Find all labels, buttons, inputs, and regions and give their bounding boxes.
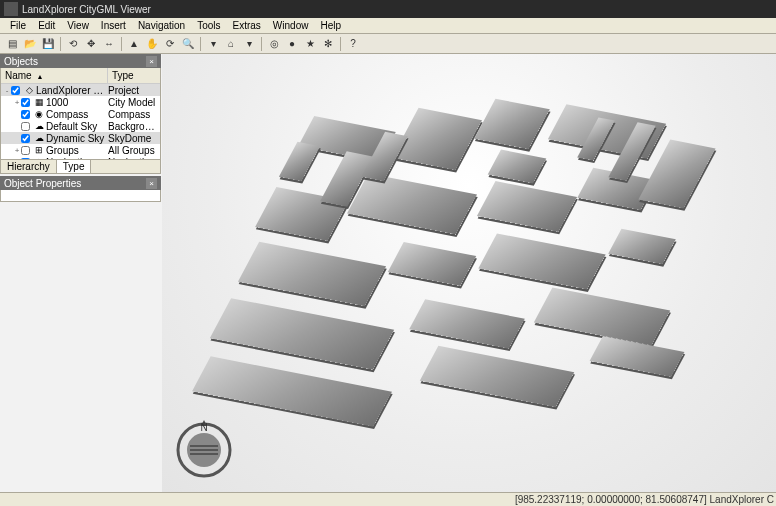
dd-button[interactable]: ▾ <box>205 36 221 52</box>
objects-panel-header: Objects × <box>0 54 161 68</box>
close-icon[interactable]: × <box>146 178 157 189</box>
title-bar: LandXplorer CityGML Viewer <box>0 0 776 18</box>
menu-edit[interactable]: Edit <box>32 19 61 32</box>
separator <box>121 37 122 51</box>
building-block <box>409 299 525 348</box>
status-coords: [985.22337119; 0.00000000; 81.50608747] … <box>515 494 774 505</box>
side-panel: Objects × Name ▲ Type -◇LandXplorer Proj… <box>0 54 161 202</box>
menu-window[interactable]: Window <box>267 19 315 32</box>
tree-row[interactable]: +▦1000City Model <box>1 96 160 108</box>
tree-header[interactable]: Name ▲ Type <box>1 68 160 84</box>
node-name: Dynamic Sky <box>45 133 108 144</box>
tree-row[interactable]: ◉CompassCompass <box>1 108 160 120</box>
menu-bar: FileEditViewInsertNavigationToolsExtrasW… <box>0 18 776 34</box>
properties-body <box>0 190 161 202</box>
col-name-header[interactable]: Name ▲ <box>1 68 108 83</box>
menu-extras[interactable]: Extras <box>227 19 267 32</box>
expand-icon[interactable]: + <box>13 146 21 155</box>
separator <box>200 37 201 51</box>
objects-panel-title: Objects <box>4 56 38 67</box>
col-name-label: Name <box>5 70 32 81</box>
cog-button[interactable]: ✻ <box>320 36 336 52</box>
node-name: Compass <box>45 109 108 120</box>
separator <box>261 37 262 51</box>
building-block <box>279 142 320 181</box>
node-type: Compass <box>108 109 158 120</box>
visibility-checkbox[interactable] <box>21 110 30 119</box>
sort-indicator-icon: ▲ <box>36 73 43 80</box>
node-icon: ▦ <box>33 97 45 107</box>
dd2-button[interactable]: ▾ <box>241 36 257 52</box>
node-name: 1000 <box>45 97 108 108</box>
tree-row[interactable]: +⊞GroupsAll Groups <box>1 144 160 156</box>
separator <box>60 37 61 51</box>
rot-button[interactable]: ⟳ <box>162 36 178 52</box>
building-block <box>590 336 685 377</box>
building-block <box>608 229 676 265</box>
tgt-button[interactable]: ◎ <box>266 36 282 52</box>
menu-tools[interactable]: Tools <box>191 19 226 32</box>
workspace: Objects × Name ▲ Type -◇LandXplorer Proj… <box>0 54 776 492</box>
col-type-header[interactable]: Type <box>108 68 160 83</box>
3d-viewport[interactable]: N <box>162 54 776 492</box>
q-button[interactable]: ? <box>345 36 361 52</box>
properties-panel: Object Properties × <box>0 176 161 202</box>
node-icon: ⊞ <box>33 145 45 155</box>
tree-row[interactable]: -◇LandXplorer ProjectProject <box>1 84 160 96</box>
nav2-button[interactable]: ✥ <box>83 36 99 52</box>
expand-icon[interactable]: - <box>3 86 11 95</box>
menu-insert[interactable]: Insert <box>95 19 132 32</box>
nav1-button[interactable]: ⟲ <box>65 36 81 52</box>
zoom-button[interactable]: 🔍 <box>180 36 196 52</box>
node-icon: ☁ <box>33 121 45 131</box>
node-name: Groups <box>45 145 108 156</box>
building-block <box>388 242 476 286</box>
node-type: Project <box>108 85 158 96</box>
house-button[interactable]: ⌂ <box>223 36 239 52</box>
tab-type[interactable]: Type <box>57 160 92 173</box>
nav3-button[interactable]: ↔ <box>101 36 117 52</box>
visibility-checkbox[interactable] <box>11 86 20 95</box>
tree-row[interactable]: ☁Dynamic SkySkyDome <box>1 132 160 144</box>
objects-tree[interactable]: Name ▲ Type -◇LandXplorer ProjectProject… <box>0 68 161 160</box>
node-icon: ◇ <box>23 85 35 95</box>
properties-panel-title: Object Properties <box>4 178 81 189</box>
menu-file[interactable]: File <box>4 19 32 32</box>
menu-view[interactable]: View <box>61 19 95 32</box>
node-type: SkyDome <box>108 133 158 144</box>
open-button[interactable]: 📂 <box>22 36 38 52</box>
visibility-checkbox[interactable] <box>21 146 30 155</box>
separator <box>340 37 341 51</box>
tab-hierarchy[interactable]: Hierarchy <box>1 160 57 173</box>
expand-icon[interactable]: + <box>13 98 21 107</box>
doc-button[interactable]: ▤ <box>4 36 20 52</box>
objects-tabs: HierarchyType <box>0 160 161 174</box>
close-icon[interactable]: × <box>146 56 157 67</box>
node-icon: ◉ <box>33 109 45 119</box>
menu-help[interactable]: Help <box>314 19 347 32</box>
star-button[interactable]: ★ <box>302 36 318 52</box>
building-block <box>238 242 386 307</box>
ptr-button[interactable]: ▲ <box>126 36 142 52</box>
compass-n-label: N <box>200 422 207 433</box>
visibility-checkbox[interactable] <box>21 122 30 131</box>
building-block <box>478 233 605 289</box>
dot-button[interactable]: ● <box>284 36 300 52</box>
tree-row[interactable]: ☁Default SkyBackground <box>1 120 160 132</box>
hand-button[interactable]: ✋ <box>144 36 160 52</box>
node-type: Background <box>108 121 158 132</box>
visibility-checkbox[interactable] <box>21 134 30 143</box>
compass-widget[interactable]: N <box>174 420 234 480</box>
building-block <box>477 181 577 232</box>
save-button[interactable]: 💾 <box>40 36 56 52</box>
building-block <box>488 150 547 184</box>
visibility-checkbox[interactable] <box>21 98 30 107</box>
node-name: LandXplorer Project <box>35 85 108 96</box>
app-icon <box>4 2 18 16</box>
status-bar: [985.22337119; 0.00000000; 81.50608747] … <box>0 492 776 506</box>
toolbar: ▤📂💾⟲✥↔▲✋⟳🔍▾⌂▾◎●★✻? <box>0 34 776 54</box>
node-type: City Model <box>108 97 158 108</box>
building-block <box>420 346 575 407</box>
city-model <box>182 84 776 432</box>
menu-navigation[interactable]: Navigation <box>132 19 191 32</box>
